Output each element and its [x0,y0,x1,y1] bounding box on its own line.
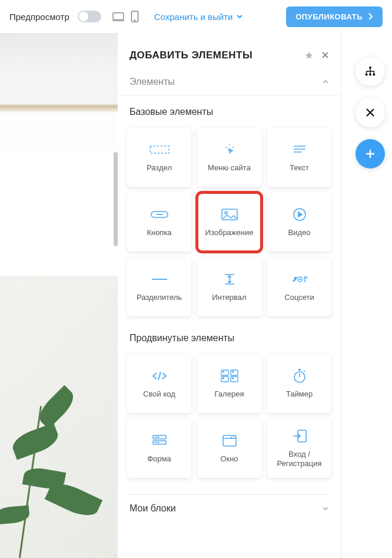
publish-label: ОПУБЛИКОВАТЬ [295,12,363,21]
desktop-icon[interactable] [112,11,125,22]
basic-elements-grid: Раздел Меню сайта Текст Кнопка Изображен [118,123,341,322]
svg-rect-14 [221,370,228,375]
chevron-down-icon [236,13,243,20]
tile-form[interactable]: Форма [127,419,191,478]
svg-point-19 [232,371,233,372]
panel-header: ДОБАВИТЬ ЭЛЕМЕНТЫ [118,33,341,68]
canvas-blank [0,151,118,276]
tile-form-label: Форма [145,454,174,464]
svg-point-13 [299,279,301,280]
tile-gallery[interactable]: Галерея [197,354,261,413]
device-switcher [112,11,139,22]
tile-login[interactable]: Вход / Регистрация [267,419,331,478]
svg-rect-0 [113,13,124,20]
tile-code-label: Свой код [141,389,178,399]
text-lines-icon [293,142,307,157]
svg-point-10 [225,212,227,214]
spacer-icon [222,272,237,287]
canvas-image-plant [0,276,118,558]
tile-timer-label: Таймер [284,389,315,399]
login-icon [292,428,307,444]
top-toolbar: Предпросмотр Сохранить и выйти ОПУБЛИКОВ… [0,0,392,33]
svg-point-6 [373,73,375,75]
tile-section-label: Раздел [144,163,174,173]
form-icon [152,433,167,448]
panel-title: ДОБАВИТЬ ЭЛЕМЕНТЫ [129,49,253,61]
panel-header-actions [305,51,329,60]
tile-site-menu[interactable]: Меню сайта [197,128,261,187]
svg-point-20 [222,378,224,379]
close-icon[interactable] [321,51,329,60]
pointer-icon [222,142,237,157]
tile-image[interactable]: Изображение [197,193,261,252]
sitemap-button[interactable] [356,57,385,86]
svg-point-5 [369,73,371,75]
tile-text-label: Текст [287,163,311,173]
tile-section[interactable]: Раздел [127,128,191,187]
svg-rect-17 [231,377,238,382]
save-exit-label: Сохранить и выйти [154,12,233,22]
preview-label: Предпросмотр [9,12,69,22]
tile-timer[interactable]: Таймер [267,354,331,413]
chevron-down-icon [322,505,329,512]
canvas-area [0,33,118,558]
section-label: Элементы [129,77,175,87]
stopwatch-icon [293,368,307,384]
tile-spacer-label: Интервал [210,293,248,302]
social-icon [291,272,308,287]
tile-button-label: Кнопка [144,228,174,237]
tile-login-label: Вход / Регистрация [267,450,331,468]
play-icon [293,207,307,222]
chevron-up-icon [322,78,329,85]
pin-icon[interactable] [305,51,313,60]
advanced-elements-grid: Свой код Галерея Таймер Форма Окно [118,349,341,484]
tile-text[interactable]: Текст [267,128,331,187]
tile-gallery-label: Галерея [212,389,247,399]
tile-social-label: Соцсети [282,293,316,302]
tile-video-label: Видео [286,228,313,237]
section-icon [150,142,170,157]
svg-rect-15 [231,370,238,375]
advanced-elements-title: Продвинутые элементы [118,322,341,349]
svg-rect-16 [221,377,228,382]
chevron-right-icon [367,13,373,20]
svg-point-4 [366,73,368,75]
image-icon [221,207,238,222]
add-elements-panel: ДОБАВИТЬ ЭЛЕМЕНТЫ Элементы Базовые элеме… [118,33,341,558]
tile-video[interactable]: Видео [267,193,331,252]
tile-button[interactable]: Кнопка [127,193,191,252]
canvas-image-top [0,33,118,151]
close-icon [365,107,376,118]
side-actions [356,57,385,169]
tile-custom-code[interactable]: Свой код [127,354,191,413]
tile-divider[interactable]: Разделитель [127,257,191,316]
publish-button[interactable]: ОПУБЛИКОВАТЬ [286,6,383,27]
mobile-icon[interactable] [131,11,139,22]
section-elements[interactable]: Элементы [118,68,341,96]
save-exit-button[interactable]: Сохранить и выйти [154,12,244,22]
tile-divider-label: Разделитель [134,293,184,302]
tile-window-label: Окно [218,454,240,464]
svg-point-3 [369,67,371,69]
divider-icon [151,272,168,287]
tile-spacer[interactable]: Интервал [197,257,261,316]
canvas-scrollbar-thumb[interactable] [114,152,118,246]
window-icon [222,433,237,448]
gallery-icon [221,368,238,384]
svg-rect-7 [150,146,169,153]
preview-toggle[interactable] [78,11,101,22]
svg-point-18 [222,371,224,372]
tile-window[interactable]: Окно [197,419,261,478]
tile-menu-label: Меню сайта [205,163,253,173]
svg-point-2 [134,20,135,21]
add-element-button[interactable] [356,139,385,169]
plus-icon [364,148,376,160]
button-shape-icon [151,207,168,222]
svg-point-21 [232,378,233,379]
close-panel-button[interactable] [356,98,385,127]
tile-social[interactable]: Соцсети [267,257,331,316]
sitemap-icon [364,65,377,77]
basic-elements-title: Базовые элементы [118,96,341,123]
section-my-blocks[interactable]: Мои блоки [118,495,341,522]
my-blocks-label: Мои блоки [129,503,176,514]
